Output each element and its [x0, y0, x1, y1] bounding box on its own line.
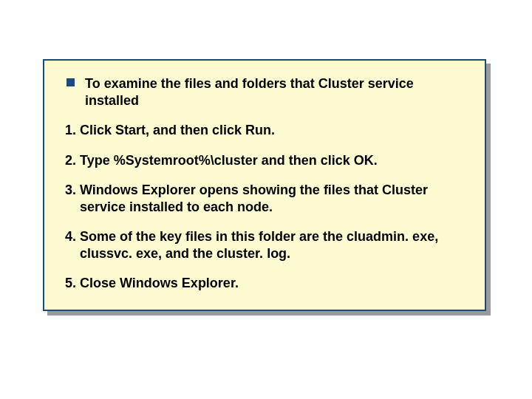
step-5: 5. Close Windows Explorer.	[62, 275, 464, 292]
content-box: To examine the files and folders that Cl…	[43, 59, 486, 311]
lead-row: To examine the files and folders that Cl…	[62, 75, 464, 109]
step-4: 4. Some of the key files in this folder …	[62, 228, 464, 262]
step-3: 3. Windows Explorer opens showing the fi…	[62, 182, 464, 215]
step-1: 1. Click Start, and then click Run.	[62, 122, 464, 139]
step-2: 2. Type %Systemroot%\cluster and then cl…	[62, 152, 464, 169]
square-bullet-icon	[66, 78, 75, 86]
lead-text: To examine the files and folders that Cl…	[85, 75, 464, 109]
